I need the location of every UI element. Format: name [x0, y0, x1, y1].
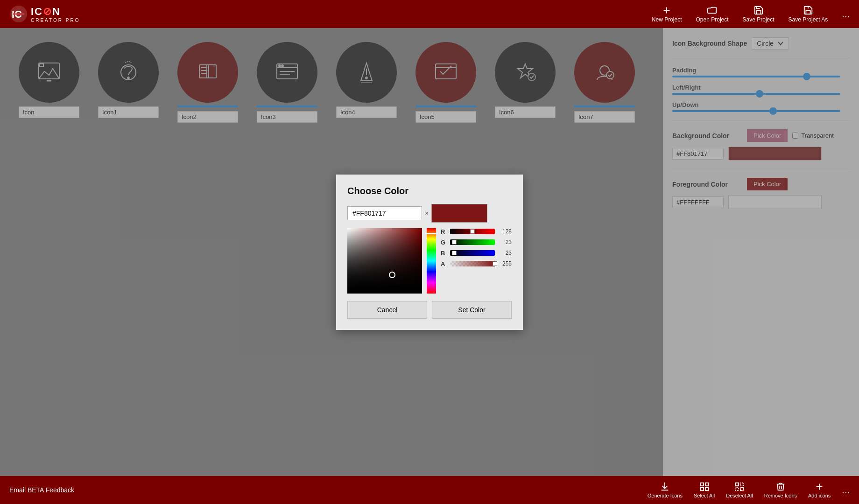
hex-close-button[interactable]: × — [425, 210, 429, 217]
generate-icons-label: Generate Icons — [648, 493, 683, 498]
channel-g-thumb[interactable] — [452, 240, 457, 245]
add-icons-button[interactable]: Add icons — [808, 482, 831, 498]
svg-rect-33 — [705, 483, 708, 486]
deselect-icon — [734, 482, 745, 492]
hex-value-input[interactable] — [347, 206, 422, 220]
main-content: Icon Background Shape Circle Padding Lef… — [0, 28, 859, 476]
svg-rect-38 — [736, 488, 739, 490]
channel-sliders: R 128 G 23 B — [441, 228, 512, 294]
footer-actions: Generate Icons Select All Deselect All R… — [648, 482, 850, 498]
channel-b-slider[interactable] — [450, 250, 495, 256]
channel-b-thumb[interactable] — [452, 251, 457, 255]
channel-g-value: 23 — [498, 239, 512, 245]
channel-g-row: G 23 — [441, 239, 512, 246]
channel-g-slider[interactable] — [450, 239, 495, 245]
generate-icons-button[interactable]: Generate Icons — [648, 482, 683, 498]
color-picker-modal: Choose Color × — [336, 175, 523, 330]
channel-g-label: G — [441, 239, 447, 246]
channel-r-row: R 128 — [441, 228, 512, 235]
channel-b-label: B — [441, 250, 447, 257]
color-preview-swatch — [431, 204, 487, 223]
deselect-all-button[interactable]: Deselect All — [726, 482, 753, 498]
hex-input-row: × — [347, 204, 512, 223]
channel-b-value: 23 — [498, 250, 512, 256]
select-all-button[interactable]: Select All — [694, 482, 715, 498]
new-project-button[interactable]: New Project — [652, 5, 682, 23]
svg-rect-37 — [740, 483, 743, 486]
modal-color-area: R 128 G 23 B — [347, 228, 512, 294]
save-project-label: Save Project — [743, 16, 775, 23]
remove-icons-button[interactable]: Remove Icons — [764, 482, 797, 498]
folder-icon — [707, 5, 718, 15]
hue-cursor — [425, 233, 437, 234]
svg-rect-35 — [705, 488, 708, 490]
modal-buttons: Cancel Set Color — [347, 301, 512, 319]
channel-r-value: 128 — [498, 228, 512, 235]
open-project-label: Open Project — [696, 16, 729, 23]
color-gradient-picker[interactable] — [347, 228, 422, 294]
logo-title: IC⊘N — [31, 6, 80, 18]
download-icon — [660, 482, 670, 492]
add-icons-label: Add icons — [808, 493, 831, 498]
hue-spectrum[interactable] — [427, 228, 436, 294]
channel-b-row: B 23 — [441, 250, 512, 257]
channel-r-thumb[interactable] — [470, 229, 475, 234]
modal-overlay[interactable]: Choose Color × — [0, 28, 859, 476]
save-icon — [753, 5, 764, 15]
svg-line-40 — [740, 488, 743, 490]
save-project-button[interactable]: Save Project — [743, 5, 775, 23]
app-footer: Email BETA Feedback Generate Icons Selec… — [0, 476, 859, 504]
modal-title: Choose Color — [347, 186, 512, 196]
select-all-label: Select All — [694, 493, 715, 498]
cancel-button[interactable]: Cancel — [347, 301, 427, 319]
channel-a-label: A — [441, 260, 447, 267]
select-all-icon — [699, 482, 710, 492]
set-color-button[interactable]: Set Color — [432, 301, 512, 319]
remove-icons-label: Remove Icons — [764, 493, 797, 498]
channel-a-row: A 255 — [441, 260, 512, 267]
svg-rect-34 — [700, 488, 703, 490]
app-logo: IC IC⊘N CREATOR PRO — [9, 5, 80, 23]
open-project-button[interactable]: Open Project — [696, 5, 729, 23]
svg-rect-36 — [736, 483, 739, 486]
app-header: IC IC⊘N CREATOR PRO New Project Open Pro… — [0, 0, 859, 28]
logo-subtitle: CREATOR PRO — [31, 18, 80, 23]
channel-a-thumb[interactable] — [493, 261, 497, 266]
svg-rect-32 — [700, 483, 703, 486]
footer-more-button[interactable]: ... — [842, 485, 850, 496]
add-icon — [814, 482, 824, 492]
new-project-label: New Project — [652, 16, 682, 23]
logo-icon: IC — [9, 5, 28, 23]
channel-r-label: R — [441, 228, 447, 235]
save-as-icon — [803, 5, 813, 15]
header-more-button[interactable]: ... — [842, 9, 850, 20]
plus-icon — [662, 5, 672, 15]
header-actions: New Project Open Project Save Project Sa… — [652, 5, 850, 23]
color-picker-cursor — [389, 272, 395, 278]
feedback-button[interactable]: Email BETA Feedback — [9, 486, 74, 494]
trash-icon — [775, 482, 786, 492]
channel-r-slider[interactable] — [450, 229, 495, 234]
channel-a-slider[interactable] — [450, 261, 495, 266]
deselect-all-label: Deselect All — [726, 493, 753, 498]
save-project-as-button[interactable]: Save Project As — [789, 5, 828, 23]
channel-a-value: 255 — [498, 260, 512, 267]
save-project-as-label: Save Project As — [789, 16, 828, 23]
